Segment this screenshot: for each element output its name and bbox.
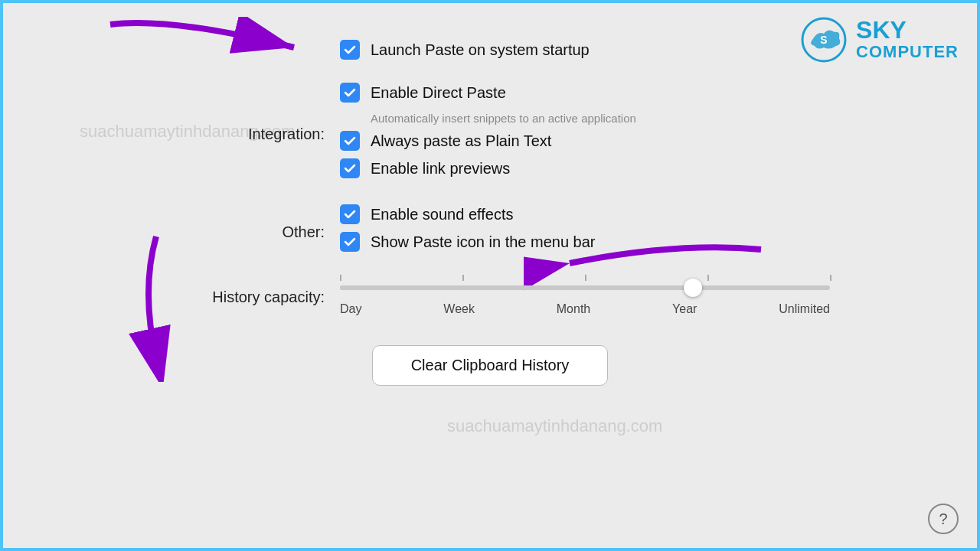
link-previews-row: Enable link previews <box>340 158 931 178</box>
menu-bar-label: Show Paste icon in the menu bar <box>371 233 596 251</box>
sky-computer-logo-icon: S <box>801 17 847 63</box>
slider-track <box>340 285 830 290</box>
logo-computer-text: COMPUTER <box>856 42 959 62</box>
help-button[interactable]: ? <box>928 504 959 534</box>
startup-row: Launch Paste on system startup <box>49 40 931 67</box>
integration-content: Enable Direct Paste Automatically insert… <box>340 83 931 186</box>
logo-sky-text: SKY <box>856 18 906 42</box>
clear-btn-row: Clear Clipboard History <box>49 345 931 386</box>
tick-month <box>585 275 586 281</box>
slider-labels: Day Week Month Year Unlimited <box>340 302 830 316</box>
other-row: Other: Enable sound effects Show Paste i… <box>49 204 931 259</box>
tick-day <box>340 275 341 281</box>
integration-label: Integration: <box>49 126 340 143</box>
link-previews-label: Enable link previews <box>371 160 510 178</box>
tick-year <box>707 275 709 281</box>
logo-area: S SKY COMPUTER <box>801 17 959 63</box>
svg-text:S: S <box>820 34 827 46</box>
tick-week <box>462 275 464 281</box>
tick-label-month: Month <box>557 302 590 316</box>
plain-text-label: Always paste as Plain Text <box>371 132 551 150</box>
slider-fill <box>340 285 693 290</box>
sound-effects-checkbox[interactable] <box>340 204 360 224</box>
clear-clipboard-button[interactable]: Clear Clipboard History <box>372 345 609 386</box>
direct-paste-desc: Automatically insert snippets to an acti… <box>371 112 931 125</box>
tick-unlimited <box>830 275 831 281</box>
integration-row: Integration: Enable Direct Paste Automat… <box>49 83 931 186</box>
plain-text-checkbox[interactable] <box>340 131 360 151</box>
plain-text-row: Always paste as Plain Text <box>340 131 931 151</box>
launch-startup-label: Launch Paste on system startup <box>371 41 590 59</box>
direct-paste-label: Enable Direct Paste <box>371 84 506 102</box>
direct-paste-row: Enable Direct Paste <box>340 83 931 103</box>
direct-paste-checkbox[interactable] <box>340 83 360 103</box>
menu-bar-row: Show Paste icon in the menu bar <box>340 232 931 252</box>
tick-label-unlimited: Unlimited <box>779 302 830 316</box>
launch-startup-checkbox[interactable] <box>340 40 360 60</box>
other-label: Other: <box>49 223 340 241</box>
tick-label-day: Day <box>340 302 361 316</box>
tick-label-year: Year <box>672 302 697 316</box>
history-capacity-section: History capacity: Day Week Month Year Un… <box>49 278 931 316</box>
history-capacity-label: History capacity: <box>49 289 340 306</box>
sound-effects-row: Enable sound effects <box>340 204 931 224</box>
sound-effects-label: Enable sound effects <box>371 206 513 223</box>
slider-thumb[interactable] <box>684 279 702 297</box>
link-previews-checkbox[interactable] <box>340 158 360 178</box>
watermark-2: suachuamaytinhdanang.com <box>447 416 662 436</box>
logo-text: SKY COMPUTER <box>856 18 959 62</box>
tick-label-week: Week <box>443 302 475 316</box>
slider-wrapper: Day Week Month Year Unlimited <box>340 278 931 316</box>
menu-bar-checkbox[interactable] <box>340 232 360 252</box>
settings-page: suachuamaytinhdanang.com Launch Paste on… <box>3 3 977 548</box>
other-content: Enable sound effects Show Paste icon in … <box>340 204 931 259</box>
